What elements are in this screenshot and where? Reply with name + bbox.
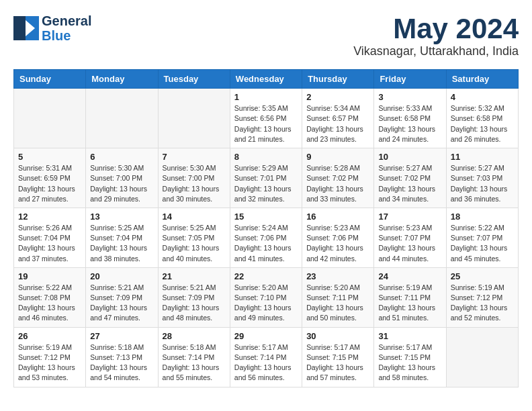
- table-row: [158, 89, 230, 148]
- sunset-text: Sunset: 7:02 PM: [306, 174, 359, 182]
- daylight-text: Daylight: 13 hours and 32 minutes.: [234, 185, 292, 203]
- sunset-text: Sunset: 7:07 PM: [451, 234, 503, 242]
- sunrise-text: Sunrise: 5:27 AM: [451, 164, 504, 172]
- day-number: 13: [90, 212, 153, 222]
- table-row: 2 Sunrise: 5:34 AM Sunset: 6:57 PM Dayli…: [302, 89, 374, 148]
- sunrise-text: Sunrise: 5:19 AM: [451, 283, 504, 291]
- day-number: 25: [451, 271, 514, 281]
- header-friday: Friday: [374, 70, 446, 89]
- day-info: Sunrise: 5:19 AM Sunset: 7:12 PM Dayligh…: [18, 342, 81, 383]
- header-tuesday: Tuesday: [158, 70, 230, 89]
- calendar-week-3: 12 Sunrise: 5:26 AM Sunset: 7:04 PM Dayl…: [14, 208, 519, 267]
- daylight-text: Daylight: 13 hours and 29 minutes.: [90, 185, 147, 203]
- day-number: 21: [163, 271, 226, 281]
- table-row: [14, 89, 86, 148]
- table-row: 7 Sunrise: 5:30 AM Sunset: 7:00 PM Dayli…: [158, 148, 230, 208]
- table-row: 15 Sunrise: 5:24 AM Sunset: 7:06 PM Dayl…: [230, 208, 302, 267]
- table-row: [446, 327, 518, 387]
- day-info: Sunrise: 5:17 AM Sunset: 7:15 PM Dayligh…: [378, 342, 441, 383]
- day-info: Sunrise: 5:31 AM Sunset: 6:59 PM Dayligh…: [18, 163, 81, 204]
- table-row: 25 Sunrise: 5:19 AM Sunset: 7:12 PM Dayl…: [446, 267, 518, 327]
- calendar-week-1: 1 Sunrise: 5:35 AM Sunset: 6:56 PM Dayli…: [14, 89, 519, 148]
- day-number: 22: [234, 271, 298, 281]
- sunset-text: Sunset: 7:14 PM: [163, 353, 215, 361]
- logo-icon: [13, 16, 39, 40]
- daylight-text: Daylight: 13 hours and 47 minutes.: [90, 304, 147, 322]
- day-number: 2: [306, 92, 369, 102]
- calendar-week-2: 5 Sunrise: 5:31 AM Sunset: 6:59 PM Dayli…: [14, 148, 519, 208]
- sunset-text: Sunset: 7:05 PM: [163, 234, 215, 242]
- day-number: 3: [378, 92, 441, 102]
- table-row: [86, 89, 158, 148]
- sunrise-text: Sunrise: 5:20 AM: [234, 283, 288, 291]
- day-info: Sunrise: 5:34 AM Sunset: 6:57 PM Dayligh…: [306, 103, 369, 144]
- table-row: 24 Sunrise: 5:19 AM Sunset: 7:11 PM Dayl…: [374, 267, 446, 327]
- day-number: 23: [306, 271, 369, 281]
- day-info: Sunrise: 5:19 AM Sunset: 7:11 PM Dayligh…: [378, 283, 441, 324]
- table-row: 6 Sunrise: 5:30 AM Sunset: 7:00 PM Dayli…: [86, 148, 158, 208]
- daylight-text: Daylight: 13 hours and 24 minutes.: [378, 125, 435, 143]
- table-row: 17 Sunrise: 5:23 AM Sunset: 7:07 PM Dayl…: [374, 208, 446, 267]
- sunrise-text: Sunrise: 5:18 AM: [90, 343, 144, 351]
- header-monday: Monday: [86, 70, 158, 89]
- header-wednesday: Wednesday: [230, 70, 302, 89]
- table-row: 5 Sunrise: 5:31 AM Sunset: 6:59 PM Dayli…: [14, 148, 86, 208]
- logo: General Blue: [13, 13, 91, 43]
- calendar-week-5: 26 Sunrise: 5:19 AM Sunset: 7:12 PM Dayl…: [14, 327, 519, 387]
- day-number: 28: [163, 331, 226, 341]
- sunrise-text: Sunrise: 5:25 AM: [163, 224, 216, 232]
- day-info: Sunrise: 5:23 AM Sunset: 7:06 PM Dayligh…: [306, 223, 369, 264]
- sunrise-text: Sunrise: 5:17 AM: [378, 343, 432, 351]
- sunrise-text: Sunrise: 5:19 AM: [18, 343, 72, 351]
- day-info: Sunrise: 5:20 AM Sunset: 7:10 PM Dayligh…: [234, 283, 298, 324]
- daylight-text: Daylight: 13 hours and 38 minutes.: [90, 244, 147, 262]
- table-row: 29 Sunrise: 5:17 AM Sunset: 7:14 PM Dayl…: [230, 327, 302, 387]
- sunset-text: Sunset: 7:04 PM: [18, 234, 71, 242]
- day-number: 4: [451, 92, 514, 102]
- daylight-text: Daylight: 13 hours and 30 minutes.: [163, 185, 220, 203]
- daylight-text: Daylight: 13 hours and 36 minutes.: [451, 185, 508, 203]
- month-year-title: May 2024: [353, 13, 519, 44]
- sunrise-text: Sunrise: 5:24 AM: [234, 224, 288, 232]
- day-number: 17: [378, 212, 441, 222]
- day-number: 20: [90, 271, 153, 281]
- day-info: Sunrise: 5:21 AM Sunset: 7:09 PM Dayligh…: [90, 283, 153, 324]
- sunrise-text: Sunrise: 5:23 AM: [306, 224, 360, 232]
- daylight-text: Daylight: 13 hours and 27 minutes.: [18, 185, 75, 203]
- day-number: 7: [163, 152, 226, 162]
- daylight-text: Daylight: 13 hours and 41 minutes.: [234, 244, 292, 262]
- sunrise-text: Sunrise: 5:21 AM: [90, 283, 144, 291]
- sunset-text: Sunset: 7:08 PM: [18, 293, 71, 302]
- daylight-text: Daylight: 13 hours and 40 minutes.: [163, 244, 220, 262]
- daylight-text: Daylight: 13 hours and 48 minutes.: [163, 304, 220, 322]
- daylight-text: Daylight: 13 hours and 23 minutes.: [306, 125, 363, 143]
- table-row: 1 Sunrise: 5:35 AM Sunset: 6:56 PM Dayli…: [230, 89, 302, 148]
- sunrise-text: Sunrise: 5:18 AM: [163, 343, 216, 351]
- logo-general: General: [42, 13, 91, 28]
- table-row: 30 Sunrise: 5:17 AM Sunset: 7:15 PM Dayl…: [302, 327, 374, 387]
- daylight-text: Daylight: 13 hours and 46 minutes.: [18, 304, 75, 322]
- sunset-text: Sunset: 6:58 PM: [378, 114, 431, 122]
- sunset-text: Sunset: 6:59 PM: [18, 174, 71, 182]
- table-row: 18 Sunrise: 5:22 AM Sunset: 7:07 PM Dayl…: [446, 208, 518, 267]
- table-row: 26 Sunrise: 5:19 AM Sunset: 7:12 PM Dayl…: [14, 327, 86, 387]
- day-info: Sunrise: 5:21 AM Sunset: 7:09 PM Dayligh…: [163, 283, 226, 324]
- sunrise-text: Sunrise: 5:34 AM: [306, 104, 360, 112]
- sunrise-text: Sunrise: 5:30 AM: [163, 164, 216, 172]
- day-info: Sunrise: 5:30 AM Sunset: 7:00 PM Dayligh…: [163, 163, 226, 204]
- sunrise-text: Sunrise: 5:28 AM: [306, 164, 360, 172]
- header-thursday: Thursday: [302, 70, 374, 89]
- table-row: 20 Sunrise: 5:21 AM Sunset: 7:09 PM Dayl…: [86, 267, 158, 327]
- table-row: 11 Sunrise: 5:27 AM Sunset: 7:03 PM Dayl…: [446, 148, 518, 208]
- sunrise-text: Sunrise: 5:22 AM: [18, 283, 72, 291]
- day-number: 8: [234, 152, 298, 162]
- day-number: 31: [378, 331, 441, 341]
- table-row: 8 Sunrise: 5:29 AM Sunset: 7:01 PM Dayli…: [230, 148, 302, 208]
- day-number: 9: [306, 152, 369, 162]
- daylight-text: Daylight: 13 hours and 57 minutes.: [306, 363, 363, 381]
- day-number: 12: [18, 212, 81, 222]
- sunset-text: Sunset: 6:58 PM: [451, 114, 503, 122]
- sunrise-text: Sunrise: 5:19 AM: [378, 283, 432, 291]
- daylight-text: Daylight: 13 hours and 53 minutes.: [18, 363, 75, 381]
- daylight-text: Daylight: 13 hours and 33 minutes.: [306, 185, 363, 203]
